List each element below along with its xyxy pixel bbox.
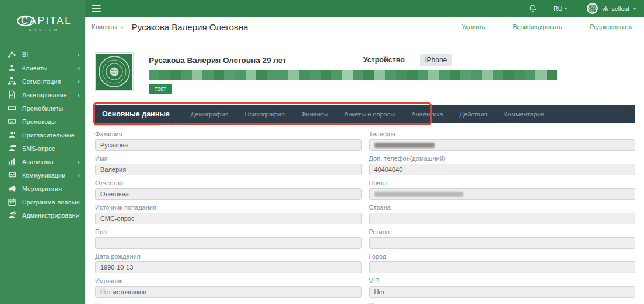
sidebar-item-label: Мероприятия <box>22 185 80 192</box>
tab-6[interactable]: Аналитика <box>405 111 449 118</box>
field-label: Дата рождения <box>95 253 362 260</box>
field-input[interactable]: Нет <box>369 286 636 298</box>
action-links: УдалитьВерифицироватьРедактировать <box>461 23 632 30</box>
sidebar-item-label: Промокоды <box>22 118 80 125</box>
tab-1[interactable]: Основные данные <box>101 110 177 118</box>
language-selector[interactable]: RU ▾ <box>554 5 567 12</box>
segment <box>460 70 471 80</box>
field-label: Почта <box>369 179 636 187</box>
sidebar: CAPITAL S Y S T E M BI‹Клиенты‹Сегментац… <box>0 0 85 304</box>
field-input[interactable]: Русакова <box>95 139 362 151</box>
brand-subtitle: S Y S T E M <box>29 28 58 31</box>
form-field: ИмяВалерия <box>95 155 362 175</box>
segment <box>482 70 492 80</box>
tab-7[interactable]: Действия <box>454 111 494 118</box>
segment <box>235 70 245 80</box>
promo-codes-icon <box>8 117 16 126</box>
form-field: Телефон <box>369 130 636 151</box>
form-column-right: ТелефонДоп. телефон(домашний)40404040Поч… <box>369 130 636 304</box>
form-field: Статус <box>369 302 636 304</box>
activity-segments-bar <box>149 70 557 80</box>
action-delete[interactable]: Удалить <box>461 23 485 30</box>
sidebar-item-clients[interactable]: Клиенты‹ <box>0 61 85 75</box>
device-value-chip: iPhone <box>420 54 452 66</box>
tab-8[interactable]: Комментарии <box>498 111 550 118</box>
breadcrumb-section[interactable]: Клиенты <box>92 23 117 30</box>
sidebar-item-sms[interactable]: SMS-опрос <box>0 142 85 155</box>
form-field: Доп. телефон(домашний)40404040 <box>369 155 636 175</box>
field-input[interactable] <box>369 213 636 224</box>
field-input[interactable]: 40404040 <box>369 164 636 175</box>
sidebar-item-admin[interactable]: Администрирование‹ <box>0 208 85 222</box>
segment <box>224 70 235 80</box>
field-label: VIP <box>369 277 636 285</box>
loyalty-icon <box>8 197 16 206</box>
tab-bar: Основные данныеДемографияПсихографияФина… <box>95 105 635 123</box>
field-label: Статус <box>369 302 636 304</box>
sidebar-item-label: Коммуникации <box>22 172 78 179</box>
segment <box>202 70 213 80</box>
segment <box>278 70 288 80</box>
brand-logo: CAPITAL S Y S T E M <box>0 0 85 44</box>
sidebar-item-loyalty[interactable]: Программа лояльности‹ <box>0 195 85 208</box>
segment <box>246 70 256 80</box>
form-field: Страна <box>369 204 636 224</box>
sidebar-item-promo-codes[interactable]: Промокоды <box>0 115 85 128</box>
sidebar-item-label: Сегментация <box>22 78 78 85</box>
sidebar-item-analytics[interactable]: Аналитика‹ <box>0 155 85 168</box>
field-input[interactable]: Олеговна <box>95 188 362 200</box>
communications-icon <box>8 171 16 179</box>
field-input[interactable]: Валерия <box>95 164 362 175</box>
segment <box>256 70 267 80</box>
tab-2[interactable]: Демография <box>185 111 235 118</box>
promo-tickets-icon <box>8 104 16 112</box>
field-label: Подысточник <box>95 302 362 304</box>
sidebar-item-invitations[interactable]: Пригласительные <box>0 128 85 142</box>
segment <box>214 70 224 80</box>
sidebar-item-surveys[interactable]: Анкетирование‹ <box>0 88 85 101</box>
segment <box>353 70 363 80</box>
bell-icon[interactable] <box>528 4 537 13</box>
segment <box>385 70 396 80</box>
sidebar-item-communications[interactable]: Коммуникации‹ <box>0 168 85 182</box>
form-field: Источник попаданияСМС-опрос <box>95 204 362 224</box>
bi-icon <box>8 50 16 59</box>
clients-icon <box>8 63 16 72</box>
tab-4[interactable]: Финансы <box>295 111 334 118</box>
sidebar-item-label: BI <box>22 51 78 58</box>
tab-5[interactable]: Анкеты и опросы <box>338 111 401 118</box>
hamburger-icon[interactable] <box>92 3 101 14</box>
user-menu[interactable]: vk_sellout ▾ <box>587 3 636 14</box>
sidebar-item-label: SMS-опрос <box>22 145 80 152</box>
field-input[interactable] <box>369 188 636 200</box>
surveys-icon <box>8 90 16 99</box>
sidebar-item-label: Анкетирование <box>22 91 78 98</box>
segment <box>407 70 417 80</box>
segment <box>192 70 202 80</box>
field-input[interactable] <box>95 237 362 249</box>
field-input[interactable] <box>369 237 636 249</box>
field-input[interactable]: СМС-опрос <box>95 213 362 224</box>
field-input[interactable] <box>369 261 636 273</box>
sidebar-item-segmentation[interactable]: Сегментация‹ <box>0 75 85 88</box>
segment <box>396 70 407 80</box>
sidebar-item-promo-tickets[interactable]: Промобилеты <box>0 101 85 115</box>
form-field: ОтчествоОлеговна <box>95 179 362 200</box>
field-label: Страна <box>369 204 636 211</box>
field-input[interactable]: 1990-10-13 <box>95 261 362 273</box>
action-verify[interactable]: Верифицировать <box>513 23 562 30</box>
sidebar-item-events[interactable]: Мероприятия <box>0 182 85 195</box>
sidebar-item-bi[interactable]: BI‹ <box>0 48 85 61</box>
field-input[interactable] <box>369 139 636 151</box>
action-edit[interactable]: Редактировать <box>590 23 632 30</box>
form-field: Почта <box>369 179 636 200</box>
form-field: Подысточник <box>95 302 362 304</box>
tab-3[interactable]: Психография <box>239 111 290 118</box>
field-input[interactable]: Нет источников <box>95 286 362 298</box>
segment <box>493 70 503 80</box>
brand-name: CAPITAL <box>21 15 72 26</box>
sidebar-item-label: Программа лояльности <box>22 199 78 206</box>
field-label: Пол <box>95 228 362 236</box>
tag-button[interactable]: тест <box>149 84 172 94</box>
client-avatar: SELL OUT <box>95 52 134 91</box>
